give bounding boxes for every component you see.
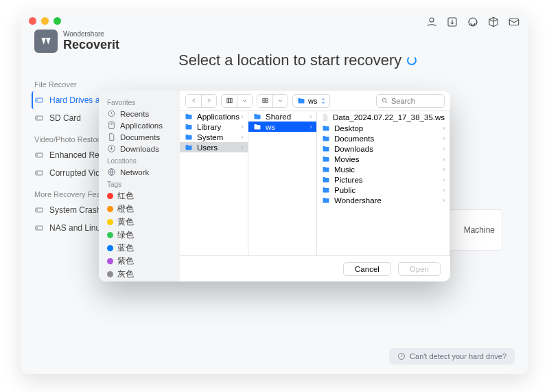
- folder-entry[interactable]: Documents: [317, 133, 449, 143]
- svg-rect-26: [265, 98, 267, 100]
- folder-entry[interactable]: Shared: [248, 111, 316, 122]
- cancel-button[interactable]: Cancel: [343, 262, 391, 276]
- tag-dot-icon: [107, 245, 113, 251]
- column-1: ApplicationsLibrarySystemUsers: [180, 111, 248, 255]
- drive-icon: [34, 223, 44, 233]
- folder-entry[interactable]: Library: [180, 122, 248, 132]
- brand-logo-icon: [34, 30, 58, 53]
- folder-entry[interactable]: Downloads: [317, 143, 449, 154]
- folder-entry[interactable]: Wondershare: [317, 195, 449, 205]
- loading-spinner-icon: [407, 56, 417, 65]
- column-browser: ApplicationsLibrarySystemUsers Sharedws …: [180, 111, 450, 255]
- sidebar-item-label: NAS and Linux: [49, 223, 104, 233]
- sidebar-item-label: Corrupted Vide: [49, 168, 105, 178]
- svg-point-29: [382, 98, 386, 102]
- view-columns-button[interactable]: [222, 95, 237, 107]
- tag-黄色[interactable]: 黄色: [99, 216, 180, 229]
- svg-point-19: [110, 123, 112, 124]
- svg-point-11: [37, 172, 38, 173]
- favorites-recents[interactable]: Recents: [99, 108, 180, 119]
- svg-rect-22: [226, 98, 228, 102]
- folder-entry[interactable]: Music: [317, 164, 449, 174]
- dialog-sidebar: Favorites RecentsApplicationsDocumentsDo…: [99, 91, 180, 281]
- svg-rect-27: [262, 101, 264, 103]
- folder-entry[interactable]: Users: [180, 142, 248, 152]
- favorites-network[interactable]: Network: [99, 166, 180, 178]
- nav-forward-button[interactable]: [201, 95, 216, 107]
- file-entry[interactable]: Data_2024.07.22_17_38_35.ws: [317, 111, 449, 123]
- detect-drive-help[interactable]: Can't detect your hard drive?: [389, 348, 515, 365]
- nav-back-forward: [185, 94, 217, 108]
- svg-rect-24: [231, 98, 232, 102]
- all-tags-row[interactable]: All Tags: [99, 281, 180, 281]
- svg-rect-28: [265, 101, 267, 103]
- brand-name: Recoverit: [63, 38, 119, 51]
- drive-icon: [34, 168, 44, 178]
- drive-icon: [34, 205, 44, 215]
- folder-entry[interactable]: Applications: [180, 111, 248, 122]
- favorites-downloads[interactable]: Downloads: [99, 143, 180, 154]
- dialog-toolbar: ws: [180, 91, 450, 111]
- folder-entry[interactable]: ws: [248, 122, 316, 132]
- dialog-footer: Cancel Open: [180, 255, 450, 281]
- mail-icon[interactable]: [508, 16, 520, 31]
- tag-紫色[interactable]: 紫色: [99, 255, 180, 268]
- traffic-lights: [29, 17, 61, 25]
- svg-rect-3: [509, 19, 519, 25]
- group-segment: [257, 94, 288, 108]
- support-icon[interactable]: [467, 16, 479, 31]
- import-icon[interactable]: [446, 16, 458, 31]
- view-mode-segment: [221, 94, 253, 108]
- search-box[interactable]: [376, 94, 445, 108]
- tag-dot-icon: [107, 258, 113, 264]
- tag-蓝色[interactable]: 蓝色: [99, 242, 180, 255]
- nav-back-button[interactable]: [186, 95, 201, 107]
- folder-entry[interactable]: Public: [317, 185, 449, 195]
- folder-entry[interactable]: System: [180, 132, 248, 142]
- drive-icon: [34, 113, 44, 123]
- tag-橙色[interactable]: 橙色: [99, 203, 180, 216]
- folder-entry[interactable]: Desktop: [317, 123, 449, 133]
- cube-icon[interactable]: [487, 16, 500, 31]
- tag-绿色[interactable]: 绿色: [99, 229, 180, 242]
- page-title: Select a location to start recovery: [178, 51, 417, 69]
- tag-红色[interactable]: 红色: [99, 189, 180, 203]
- brand: Wondershare Recoverit: [34, 30, 119, 53]
- tag-灰色[interactable]: 灰色: [99, 268, 180, 281]
- account-icon[interactable]: [425, 16, 438, 31]
- svg-point-7: [37, 117, 38, 118]
- folder-entry[interactable]: Movies: [317, 154, 449, 164]
- svg-rect-25: [262, 98, 264, 100]
- tag-dot-icon: [107, 271, 113, 277]
- svg-rect-23: [229, 98, 230, 102]
- column-2: Sharedws: [248, 111, 317, 255]
- minimize-window-button[interactable]: [41, 17, 49, 25]
- file-open-dialog: Favorites RecentsApplicationsDocumentsDo…: [99, 91, 450, 281]
- svg-point-0: [430, 18, 434, 22]
- svg-point-5: [37, 100, 38, 100]
- search-icon: [381, 97, 388, 104]
- locations-header: Locations: [99, 154, 180, 166]
- tag-dot-icon: [107, 219, 113, 225]
- tag-dot-icon: [107, 232, 113, 238]
- group-dropdown-button[interactable]: [272, 95, 288, 107]
- favorites-applications[interactable]: Applications: [99, 119, 180, 131]
- tag-dot-icon: [107, 193, 113, 199]
- drive-icon: [34, 95, 44, 105]
- tag-dot-icon: [107, 206, 113, 212]
- close-window-button[interactable]: [29, 17, 36, 25]
- tags-header: Tags: [99, 178, 180, 189]
- view-dropdown-button[interactable]: [237, 95, 252, 107]
- folder-entry[interactable]: Pictures: [317, 174, 449, 185]
- column-3: Data_2024.07.22_17_38_35.wsDesktopDocume…: [317, 111, 450, 255]
- svg-point-13: [37, 209, 38, 210]
- location-popup[interactable]: ws: [292, 94, 330, 108]
- open-button[interactable]: Open: [398, 262, 441, 276]
- sidebar-item-label: SD Card: [49, 113, 81, 123]
- fullscreen-window-button[interactable]: [54, 17, 61, 25]
- search-input[interactable]: [391, 97, 439, 105]
- group-button[interactable]: [257, 95, 272, 107]
- drive-icon: [34, 150, 44, 160]
- favorites-header: Favorites: [99, 96, 180, 108]
- favorites-documents[interactable]: Documents: [99, 131, 180, 143]
